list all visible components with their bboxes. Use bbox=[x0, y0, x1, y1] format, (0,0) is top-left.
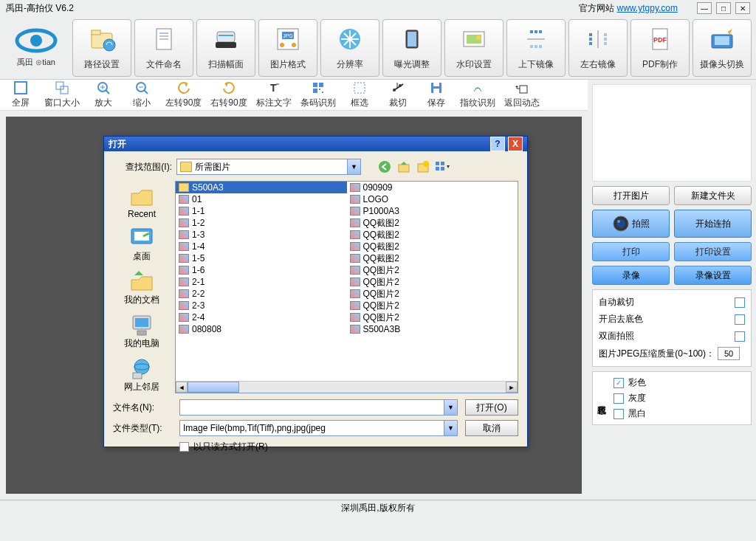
file-item[interactable]: QQ截图2 bbox=[347, 217, 518, 229]
camera-switch-button[interactable]: 摄像头切换 bbox=[693, 19, 752, 77]
rotate-right-button[interactable]: 右转90度 bbox=[210, 80, 247, 109]
place-recent[interactable]: Recent bbox=[128, 184, 156, 219]
jpeg-quality-input[interactable] bbox=[718, 347, 740, 360]
readonly-checkbox[interactable] bbox=[179, 442, 189, 452]
file-item[interactable]: P1000A3 bbox=[347, 205, 518, 217]
dialog-help-button[interactable]: ? bbox=[490, 137, 505, 151]
file-item[interactable]: QQ图片2 bbox=[347, 311, 518, 323]
new-folder-button[interactable]: 新建文件夹 bbox=[674, 186, 752, 205]
open-button[interactable]: 打开(O) bbox=[465, 399, 518, 416]
remove-bg-checkbox[interactable] bbox=[735, 314, 745, 325]
crop-button[interactable]: 裁切 bbox=[383, 80, 413, 109]
file-item[interactable]: LOGO bbox=[347, 193, 518, 205]
select-box-button[interactable]: 框选 bbox=[345, 80, 374, 109]
file-item[interactable]: 1-2 bbox=[176, 217, 347, 229]
dialog-titlebar[interactable]: 打开 ? X bbox=[104, 137, 527, 151]
exposure-button[interactable]: 曝光调整 bbox=[382, 19, 441, 77]
file-item[interactable]: 1-6 bbox=[176, 264, 347, 276]
dialog-close-button[interactable]: X bbox=[508, 137, 523, 151]
path-settings-button[interactable]: 路径设置 bbox=[72, 19, 131, 77]
scroll-right-button[interactable]: ► bbox=[506, 382, 518, 393]
chevron-down-icon[interactable]: ▼ bbox=[347, 159, 360, 174]
place-desktop[interactable]: 桌面 bbox=[128, 225, 155, 263]
rotate-left-button[interactable]: 左转90度 bbox=[165, 80, 202, 109]
file-item[interactable]: QQ图片2 bbox=[347, 288, 518, 300]
burst-button[interactable]: 开始连拍 bbox=[674, 210, 752, 238]
place-mycomputer[interactable]: 我的电脑 bbox=[124, 312, 159, 350]
return-dynamic-button[interactable]: 返回动态 bbox=[504, 80, 540, 109]
file-item[interactable]: 2-3 bbox=[176, 300, 347, 311]
print-button[interactable]: 打印 bbox=[592, 242, 670, 261]
file-item[interactable]: S500A3B bbox=[347, 323, 518, 335]
up-icon[interactable] bbox=[396, 159, 411, 174]
file-item[interactable]: 080808 bbox=[176, 323, 347, 335]
file-item[interactable]: 2-2 bbox=[176, 288, 347, 300]
double-shoot-checkbox[interactable] bbox=[735, 331, 745, 342]
back-icon[interactable] bbox=[377, 159, 392, 174]
annotate-button[interactable]: T标注文字 bbox=[256, 80, 292, 109]
place-mydocs[interactable]: 我的文档 bbox=[124, 269, 159, 306]
file-item[interactable]: QQ图片2 bbox=[347, 276, 518, 288]
lookin-combo[interactable]: 所需图片 ▼ bbox=[176, 159, 361, 175]
file-item[interactable]: QQ截图2 bbox=[347, 229, 518, 241]
file-item[interactable]: QQ截图2 bbox=[347, 252, 518, 264]
filename-input[interactable]: ▼ bbox=[179, 399, 458, 416]
scan-area-button[interactable]: 扫描幅面 bbox=[196, 19, 255, 77]
print-settings-button[interactable]: 打印设置 bbox=[674, 242, 752, 261]
color-bw-checkbox[interactable] bbox=[614, 409, 624, 419]
maximize-button[interactable]: □ bbox=[716, 2, 731, 14]
view-menu-icon[interactable] bbox=[435, 159, 450, 174]
file-item[interactable]: 1-3 bbox=[176, 229, 347, 241]
color-gray-checkbox[interactable] bbox=[614, 393, 624, 404]
pdf-make-button[interactable]: PDFPDF制作 bbox=[630, 19, 690, 77]
chevron-down-icon[interactable]: ▼ bbox=[444, 400, 457, 415]
image-file-icon bbox=[350, 325, 360, 334]
open-image-button[interactable]: 打开图片 bbox=[592, 186, 670, 205]
color-mode-group: 色彩模式 ✓彩色 灰度 黑白 bbox=[592, 371, 752, 425]
record-button[interactable]: 录像 bbox=[592, 266, 670, 285]
file-item[interactable]: 090909 bbox=[347, 182, 518, 193]
auto-crop-checkbox[interactable] bbox=[735, 297, 745, 308]
file-item[interactable]: 01 bbox=[176, 193, 347, 205]
file-item[interactable]: 2-4 bbox=[176, 311, 347, 323]
file-item[interactable]: S500A3 bbox=[176, 182, 347, 193]
file-item[interactable]: QQ截图2 bbox=[347, 241, 518, 252]
image-format-button[interactable]: JPG图片格式 bbox=[258, 19, 317, 77]
file-item[interactable]: 1-4 bbox=[176, 241, 347, 252]
svg-point-71 bbox=[379, 161, 391, 173]
new-folder-icon[interactable] bbox=[416, 159, 430, 174]
record-settings-button[interactable]: 录像设置 bbox=[674, 266, 752, 285]
close-button[interactable]: ✕ bbox=[735, 2, 750, 14]
resolution-button[interactable]: 分辨率 bbox=[320, 19, 379, 77]
image-file-icon bbox=[179, 278, 189, 286]
fingerprint-button[interactable]: 指纹识别 bbox=[460, 80, 495, 109]
chevron-down-icon[interactable]: ▼ bbox=[444, 421, 457, 435]
color-color-checkbox[interactable]: ✓ bbox=[614, 378, 624, 388]
window-size-button[interactable]: 窗口大小 bbox=[44, 80, 80, 109]
barcode-button[interactable]: 条码识别 bbox=[300, 80, 336, 109]
rotate-left-icon bbox=[176, 80, 191, 95]
scroll-thumb[interactable] bbox=[188, 382, 239, 393]
website-link[interactable]: www.ytgpy.com bbox=[617, 3, 678, 13]
capture-button[interactable]: 拍照 bbox=[592, 210, 670, 238]
filetype-combo[interactable]: Image File(bmp,Tif(Tiff),png,jpg(jpeg ▼ bbox=[179, 420, 458, 436]
place-network[interactable]: 网上邻居 bbox=[124, 356, 159, 393]
flip-vertical-button[interactable]: 上下镜像 bbox=[506, 19, 566, 77]
file-item[interactable]: 2-1 bbox=[176, 276, 347, 288]
save-button[interactable]: 保存 bbox=[422, 80, 451, 109]
flip-horizontal-button[interactable]: 左右镜像 bbox=[568, 19, 628, 77]
zoom-in-button[interactable]: 放大 bbox=[89, 80, 118, 109]
cancel-button[interactable]: 取消 bbox=[465, 420, 518, 436]
zoom-out-button[interactable]: 缩小 bbox=[127, 80, 157, 109]
minimize-button[interactable]: — bbox=[697, 2, 712, 14]
horizontal-scrollbar[interactable]: ◄ ► bbox=[176, 381, 518, 393]
file-naming-button[interactable]: 文件命名 bbox=[134, 19, 193, 77]
file-item[interactable]: QQ图片2 bbox=[347, 300, 518, 311]
file-item[interactable]: 1-5 bbox=[176, 252, 347, 264]
file-item[interactable]: QQ图片2 bbox=[347, 264, 518, 276]
recent-icon bbox=[128, 184, 155, 209]
file-item[interactable]: 1-1 bbox=[176, 205, 347, 217]
scroll-left-button[interactable]: ◄ bbox=[176, 382, 188, 393]
fullscreen-button[interactable]: 全屏 bbox=[6, 80, 35, 109]
watermark-button[interactable]: 水印设置 bbox=[444, 19, 504, 77]
